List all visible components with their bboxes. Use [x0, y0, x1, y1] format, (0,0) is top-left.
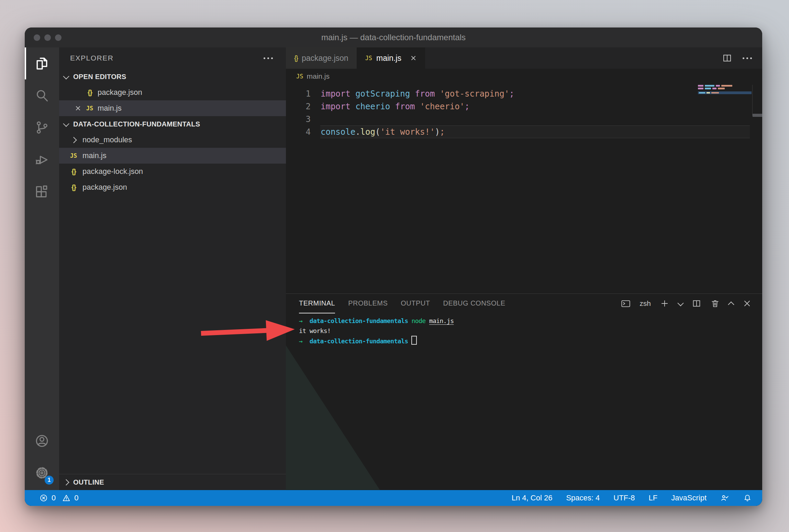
explorer-activity-button[interactable]: [25, 47, 59, 79]
shell-label: zsh: [640, 299, 651, 308]
accounts-button[interactable]: [25, 425, 59, 457]
title-bar: main.js — data-collection-fundamentals: [25, 27, 762, 47]
sidebar-header: EXPLORER: [59, 47, 286, 69]
close-editor-icon[interactable]: [74, 105, 82, 111]
outline-section-header[interactable]: OUTLINE: [59, 474, 286, 490]
close-panel-icon[interactable]: [742, 299, 752, 308]
terminal-shell-icon: [621, 299, 631, 308]
tab-debug-console[interactable]: DEBUG CONSOLE: [443, 293, 505, 313]
ellipsis-icon[interactable]: [264, 57, 273, 59]
terminal-panel: TERMINAL PROBLEMS OUTPUT DEBUG CONSOLE z…: [286, 293, 762, 490]
tree-item-node-modules[interactable]: node_modules: [59, 132, 286, 148]
workspace-section-header[interactable]: DATA-COLLECTION-FUNDAMENTALS: [59, 116, 286, 132]
error-count[interactable]: 0: [52, 494, 56, 502]
extensions-icon: [34, 184, 49, 199]
js-file-icon: JS: [68, 152, 79, 159]
tree-item-package-json[interactable]: {} package.json: [59, 179, 286, 195]
json-file-icon: {}: [85, 88, 95, 97]
tab-problems[interactable]: PROBLEMS: [348, 293, 388, 313]
open-editors-section-header[interactable]: OPEN EDITORS: [59, 69, 286, 85]
tab-output[interactable]: OUTPUT: [401, 293, 430, 313]
status-bar: 0 0 Ln 4, Col 26 Spaces: 4 UTF-8 LF Java…: [25, 490, 762, 506]
open-editor-item-package-json[interactable]: {} package.json: [59, 85, 286, 100]
account-icon: [34, 433, 49, 448]
search-activity-button[interactable]: [25, 79, 59, 111]
desktop: main.js — data-collection-fundamentals: [0, 0, 789, 532]
language-mode[interactable]: JavaScript: [671, 494, 707, 502]
debug-icon: [34, 152, 49, 167]
js-file-icon: JS: [296, 73, 303, 80]
run-debug-activity-button[interactable]: [25, 143, 59, 175]
settings-badge: 1: [45, 476, 54, 485]
panel-tab-bar: TERMINAL PROBLEMS OUTPUT DEBUG CONSOLE z…: [286, 294, 762, 313]
encoding[interactable]: UTF-8: [613, 494, 635, 502]
split-terminal-icon[interactable]: [692, 299, 701, 308]
js-file-icon: JS: [85, 105, 95, 112]
split-editor-icon[interactable]: [722, 53, 732, 63]
warning-count[interactable]: 0: [74, 494, 78, 502]
warning-icon[interactable]: [62, 494, 71, 502]
extensions-activity-button[interactable]: [25, 175, 59, 207]
chevron-right-icon: [63, 479, 69, 485]
feedback-icon[interactable]: [720, 494, 729, 502]
code-line-4[interactable]: 4 console.log('it works!');: [286, 125, 762, 138]
eol-sequence[interactable]: LF: [649, 494, 658, 502]
editor-tab-bar: {} package.json JS main.js: [286, 47, 762, 69]
scrollbar-thumb[interactable]: [753, 114, 762, 117]
breadcrumb[interactable]: JS main.js: [286, 69, 762, 84]
chevron-up-icon[interactable]: [728, 301, 734, 308]
terminal-output[interactable]: → data-collection-fundamentals node main…: [286, 313, 762, 490]
close-tab-icon[interactable]: [410, 55, 416, 61]
window-title: main.js — data-collection-fundamentals: [25, 33, 762, 42]
tab-package-json[interactable]: {} package.json: [286, 47, 357, 69]
activity-bar: 1: [25, 47, 59, 490]
tab-terminal[interactable]: TERMINAL: [299, 293, 335, 313]
cursor-position[interactable]: Ln 4, Col 26: [512, 494, 553, 502]
chevron-down-icon: [63, 73, 69, 79]
code-line-3[interactable]: 3: [286, 113, 762, 125]
chevron-down-icon[interactable]: [677, 300, 684, 306]
bell-icon[interactable]: [743, 494, 752, 502]
indentation[interactable]: Spaces: 4: [566, 494, 600, 502]
json-file-icon: {}: [68, 183, 79, 191]
json-file-icon: {}: [68, 167, 79, 176]
files-icon: [34, 56, 49, 71]
json-file-icon: {}: [294, 54, 298, 62]
source-control-activity-button[interactable]: [25, 111, 59, 143]
tab-main-js[interactable]: JS main.js: [357, 47, 425, 69]
settings-button[interactable]: 1: [25, 457, 59, 489]
new-terminal-icon[interactable]: [660, 299, 669, 308]
more-actions-icon[interactable]: [743, 57, 752, 59]
vscode-window: main.js — data-collection-fundamentals: [25, 27, 762, 506]
trash-icon[interactable]: [710, 299, 720, 308]
open-editor-item-main-js[interactable]: JS main.js: [59, 100, 286, 116]
code-editor[interactable]: JS main.js 1 import gotScraping from 'go…: [286, 69, 762, 293]
tree-item-main-js[interactable]: JS main.js: [59, 148, 286, 164]
minimap[interactable]: [698, 85, 753, 116]
explorer-sidebar: EXPLORER OPEN EDITORS {} package.json: [59, 47, 286, 490]
terminal-cursor: [411, 336, 417, 345]
source-control-icon: [34, 120, 49, 135]
tree-item-package-lock-json[interactable]: {} package-lock.json: [59, 164, 286, 179]
js-file-icon: JS: [365, 55, 372, 62]
error-icon[interactable]: [39, 494, 48, 502]
search-icon: [34, 88, 49, 103]
chevron-down-icon: [63, 120, 69, 126]
code-line-2[interactable]: 2 import cheerio from 'cheerio';: [286, 100, 762, 113]
code-line-1[interactable]: 1 import gotScraping from 'got-scraping'…: [286, 87, 762, 100]
sidebar-title: EXPLORER: [70, 54, 113, 62]
chevron-right-icon: [70, 137, 77, 143]
